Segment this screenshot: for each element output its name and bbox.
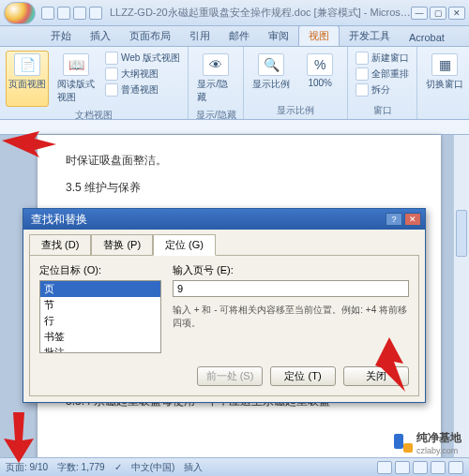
list-item-section[interactable]: 节	[40, 297, 160, 313]
view-draft-icon[interactable]	[448, 461, 463, 474]
list-item-bookmark[interactable]: 书签	[40, 329, 160, 345]
view-web-icon[interactable]	[413, 461, 428, 474]
status-check[interactable]: ✓	[114, 462, 122, 472]
goto-target-label: 定位目标 (O):	[39, 263, 161, 277]
tab-view[interactable]: 视图	[298, 25, 340, 46]
tab-review[interactable]: 审阅	[259, 26, 298, 46]
split-icon	[356, 83, 369, 97]
tab-dev[interactable]: 开发工具	[340, 26, 400, 46]
qat-undo-icon[interactable]	[57, 7, 70, 20]
dialog-close-button[interactable]: ✕	[404, 213, 421, 226]
reading-view-label: 阅读版式视图	[57, 78, 95, 104]
watermark-url: czlaby.com	[416, 446, 461, 455]
window-title: LLZZ-GD-20永磁起重吸盘安全操作规程.doc [兼容模式] - Micr…	[110, 6, 411, 20]
goto-target-listbox[interactable]: 页 节 行 书签 批注 脚注	[39, 280, 161, 353]
reading-view-icon: 📖	[63, 53, 89, 76]
web-layout-icon	[105, 52, 118, 65]
dialog-title: 查找和替换	[31, 212, 87, 228]
tab-ref[interactable]: 引用	[180, 26, 219, 46]
outline-button[interactable]: 大纲视图	[103, 67, 182, 82]
ribbon: 📄 页面视图 📖 阅读版式视图 Web 版式视图 大纲视图 普通视图 文档视图 …	[0, 47, 469, 120]
find-replace-dialog: 查找和替换 ? ✕ 查找 (D) 替换 (P) 定位 (G) 定位目标 (O):…	[23, 208, 426, 403]
showhide-label: 显示/隐藏	[197, 78, 234, 104]
vertical-scrollbar[interactable]	[453, 135, 469, 457]
horizontal-ruler[interactable]	[0, 120, 469, 135]
switch-window-icon: ▦	[431, 53, 458, 76]
dialog-help-button[interactable]: ?	[386, 213, 402, 226]
page-number-input[interactable]	[173, 280, 409, 297]
prev-button: 前一处 (S)	[197, 366, 263, 386]
reading-view-button[interactable]: 📖 阅读版式视图	[54, 51, 98, 107]
goto-hint-text: 输入 + 和 - 可将相关内容移至当前位置。例如: +4 将前移四项。	[173, 304, 409, 330]
switch-window-label: 切换窗口	[426, 78, 463, 91]
group-window-label: 窗口	[354, 102, 411, 117]
watermark: 纯净基地 czlaby.com	[394, 430, 461, 455]
arrange-icon	[356, 67, 369, 81]
dlg-tab-goto[interactable]: 定位 (G)	[153, 234, 216, 256]
newwin-icon	[356, 52, 369, 65]
dlg-tab-find[interactable]: 查找 (D)	[29, 234, 91, 256]
doc-line-2: 3.5 维护与保养	[66, 177, 413, 199]
status-words[interactable]: 字数: 1,779	[57, 461, 105, 474]
minimize-button[interactable]: —	[411, 7, 428, 20]
maximize-button[interactable]: ▢	[430, 7, 446, 20]
status-page[interactable]: 页面: 9/10	[6, 461, 48, 474]
page-view-label: 页面视图	[8, 78, 46, 91]
newwin-button[interactable]: 新建窗口	[354, 51, 411, 66]
page-view-button[interactable]: 📄 页面视图	[6, 51, 49, 107]
page-view-icon: 📄	[14, 53, 40, 76]
hundred-icon: %	[307, 53, 333, 76]
tab-layout[interactable]: 页面布局	[120, 26, 180, 46]
quick-access-toolbar	[41, 7, 102, 20]
close-button[interactable]: ✕	[448, 7, 465, 20]
list-item-page[interactable]: 页	[40, 281, 160, 297]
split-button[interactable]: 拆分	[354, 82, 411, 97]
ribbon-tabs: 开始 插入 页面布局 引用 邮件 审阅 视图 开发工具 Acrobat	[0, 26, 469, 47]
watermark-logo-icon	[394, 434, 413, 453]
doc-line-1: 时保证吸盘面整洁。	[66, 150, 413, 171]
outline-icon	[105, 67, 118, 81]
status-mode[interactable]: 插入	[184, 461, 203, 474]
zoom-label: 显示比例	[252, 78, 290, 91]
status-bar: 页面: 9/10 字数: 1,779 ✓ 中文(中国) 插入	[0, 457, 469, 476]
view-fullscreen-icon[interactable]	[395, 461, 410, 474]
close-dialog-button[interactable]: 关闭	[343, 366, 409, 386]
zoom-button[interactable]: 🔍 显示比例	[250, 51, 293, 94]
tab-mail[interactable]: 邮件	[219, 26, 259, 46]
tab-start[interactable]: 开始	[41, 26, 81, 46]
zoom-icon: 🔍	[258, 53, 284, 76]
status-language[interactable]: 中文(中国)	[131, 461, 175, 474]
qat-save-icon[interactable]	[41, 7, 54, 20]
dlg-tab-replace[interactable]: 替换 (P)	[91, 234, 153, 256]
tab-insert[interactable]: 插入	[81, 26, 120, 46]
showhide-icon: 👁	[203, 53, 229, 76]
tab-acrobat[interactable]: Acrobat	[400, 29, 454, 46]
watermark-brand: 纯净基地	[416, 430, 461, 446]
goto-button[interactable]: 定位 (T)	[270, 366, 336, 386]
list-item-comment[interactable]: 批注	[40, 345, 160, 353]
web-layout-button[interactable]: Web 版式视图	[103, 51, 182, 66]
normal-view-icon	[105, 83, 118, 97]
hundred-button[interactable]: % 100%	[298, 51, 341, 94]
scrollbar-thumb[interactable]	[456, 210, 467, 257]
normal-view-button[interactable]: 普通视图	[103, 82, 182, 97]
qat-more-icon[interactable]	[89, 7, 102, 20]
arrange-button[interactable]: 全部重排	[354, 67, 411, 82]
page-number-label: 输入页号 (E):	[173, 263, 409, 277]
switch-window-button[interactable]: ▦ 切换窗口	[423, 51, 466, 94]
group-zoom-label: 显示比例	[250, 102, 341, 117]
view-outline-icon[interactable]	[431, 461, 446, 474]
qat-redo-icon[interactable]	[73, 7, 86, 20]
view-print-layout-icon[interactable]	[377, 461, 392, 474]
hundred-label: 100%	[308, 78, 332, 88]
list-item-line[interactable]: 行	[40, 313, 160, 329]
office-button[interactable]	[4, 2, 36, 24]
showhide-button[interactable]: 👁 显示/隐藏	[194, 51, 237, 107]
